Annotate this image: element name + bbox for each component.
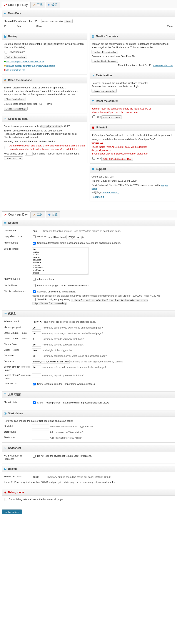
- collect-icon: [4, 117, 7, 120]
- plus-icon: ✚: [4, 60, 6, 63]
- reset-icon: [92, 100, 95, 103]
- download-only[interactable]: Download only: [4, 50, 25, 54]
- svg-rect-4: [5, 36, 6, 36]
- tab-label: 设置: [52, 212, 58, 217]
- reset-btn[interactable]: Reset the counter: [101, 115, 122, 119]
- gear-icon: ⊛: [48, 212, 51, 217]
- entries-per-pass[interactable]: [32, 475, 45, 479]
- user-level[interactable]: 订阅者: [66, 235, 80, 240]
- clean-btn[interactable]: Clean the database: [4, 97, 26, 101]
- tab-tools-2[interactable]: 工具: [31, 212, 45, 218]
- tab-active-2: Count per Day: [2, 212, 30, 218]
- update-old-btn[interactable]: Update old counter data: [92, 50, 118, 54]
- uninstall-btn[interactable]: UNINSTALL Count per Day: [101, 157, 133, 161]
- bots-textarea[interactable]: bot spider search crawler ask.com valida…: [32, 247, 89, 275]
- delete-backup-link[interactable]: delete backup file: [6, 69, 25, 71]
- debug-mode[interactable]: Show debug informations at the bottom of…: [4, 497, 64, 502]
- svg-rect-14: [5, 468, 6, 469]
- chart-icon: [4, 213, 7, 216]
- collect-btn[interactable]: Collect old data: [4, 156, 23, 160]
- add-backup-link[interactable]: add backup to current counter table: [6, 60, 44, 63]
- days-input[interactable]: [38, 102, 46, 106]
- license-link[interactable]: Postcardware :): [102, 191, 119, 194]
- start-icon: [4, 412, 7, 415]
- dash-input-4[interactable]: [32, 343, 41, 346]
- start-input-2[interactable]: [32, 436, 49, 440]
- box-title: Collect old data: [8, 117, 27, 121]
- box-title: Backup: [8, 467, 17, 471]
- wrench-icon: [33, 213, 36, 216]
- online-time[interactable]: [32, 229, 42, 233]
- reactivate-btn[interactable]: ReActivate the plugin: [92, 89, 117, 93]
- box-title: 文章 / 页面: [8, 393, 21, 396]
- bug-icon: [4, 491, 7, 494]
- svg-point-15: [5, 492, 6, 494]
- box-title: Counter: [8, 221, 18, 225]
- tab-label: 设置: [52, 3, 58, 7]
- auto-counter[interactable]: Counts automatically single-posts and pa…: [32, 241, 121, 245]
- box-title: GeoIP - Countries: [96, 34, 118, 38]
- clean-icon: [4, 79, 7, 82]
- dash-input-2[interactable]: [32, 331, 41, 335]
- dash-input-1[interactable]: [32, 326, 41, 330]
- box-title: Mass Bots: [8, 12, 21, 15]
- update-geoip-btn[interactable]: Update GeoIP database: [92, 59, 118, 63]
- count-too[interactable]: count too: [32, 235, 47, 239]
- box-title: Clean the database: [8, 78, 32, 82]
- massbot-threshold[interactable]: [34, 19, 42, 23]
- box-title: Stylesheet: [8, 446, 21, 450]
- svg-point-2: [6, 13, 6, 14]
- dash-input-8[interactable]: [32, 365, 41, 369]
- show-in-lists[interactable]: Show "Reads per Post" in a new column in…: [32, 401, 110, 405]
- tab-settings[interactable]: ⊛ 设置: [46, 2, 60, 8]
- app-name: Count per Day: [8, 212, 28, 217]
- tab-active: Count per Day: [2, 2, 30, 8]
- posts-icon: [4, 393, 7, 396]
- box-title: Uninstall: [96, 126, 107, 130]
- dash-input-6[interactable]: [32, 354, 41, 358]
- box-title: Debug mode: [8, 490, 24, 494]
- months-input[interactable]: [25, 152, 33, 156]
- chart-icon: [4, 4, 7, 6]
- start-input-0[interactable]: [32, 424, 49, 428]
- dashboard-icon: [4, 312, 7, 315]
- dash-input-7[interactable]: [32, 360, 70, 364]
- delete-collection[interactable]: Delete old collection and create a new o…: [4, 144, 85, 151]
- box-title: Support: [96, 167, 106, 171]
- maxmind-link[interactable]: www.maxmind.com: [153, 64, 173, 66]
- uninstall-yes[interactable]: Yes: [92, 156, 101, 160]
- trash-icon: [92, 126, 95, 129]
- massbots-box: Mass Bots Show all IPs with more than pa…: [2, 10, 175, 31]
- start-input-1[interactable]: [32, 430, 49, 434]
- anon-ip[interactable]: a.b.c.d > a.b.c.x: [32, 277, 54, 281]
- cache-beta[interactable]: I use a cache plugin. Count these visits…: [32, 284, 89, 288]
- wrench-icon: [33, 4, 36, 6]
- no-stylesheet[interactable]: Do not load the stylesheet "counter.css"…: [32, 454, 92, 458]
- disk-icon: [4, 468, 7, 470]
- clients-referrers[interactable]: Save and show clients and referrers.: [32, 290, 76, 294]
- svg-point-1: [5, 13, 5, 14]
- readme-link[interactable]: Readme.txt: [92, 196, 104, 198]
- reset-yes[interactable]: Yes: [92, 115, 101, 119]
- dash-input-3[interactable]: [32, 337, 41, 341]
- delete-strings-btn[interactable]: Delete search strings: [4, 107, 28, 110]
- dash-input-5[interactable]: [32, 348, 41, 352]
- backup-btn[interactable]: Backup the database: [4, 55, 27, 59]
- massbot-show[interactable]: show: [64, 19, 73, 23]
- box-title: Start Values: [8, 412, 23, 416]
- dash-chk-10[interactable]: Show local referrers too. (http://demo.w…: [32, 382, 95, 386]
- style-icon: [4, 446, 7, 450]
- gear-icon: ⊛: [48, 3, 51, 7]
- tab-tools[interactable]: 工具: [31, 2, 45, 8]
- disk-icon: [4, 35, 7, 38]
- dash-input-9[interactable]: [32, 374, 41, 378]
- replace-link[interactable]: replace current counter table with with …: [6, 64, 55, 67]
- counter-icon: [4, 222, 7, 224]
- replace-icon: ⟲: [4, 64, 6, 67]
- url-only[interactable]: Save URL only, no query string.: [32, 298, 71, 302]
- svg-point-5: [4, 118, 6, 119]
- update-options[interactable]: Update options: [2, 510, 22, 514]
- globe-icon: [92, 35, 95, 38]
- tab-settings-2[interactable]: ⊛ 设置: [46, 212, 60, 218]
- dash-sel-0[interactable]: 作者: [32, 320, 43, 324]
